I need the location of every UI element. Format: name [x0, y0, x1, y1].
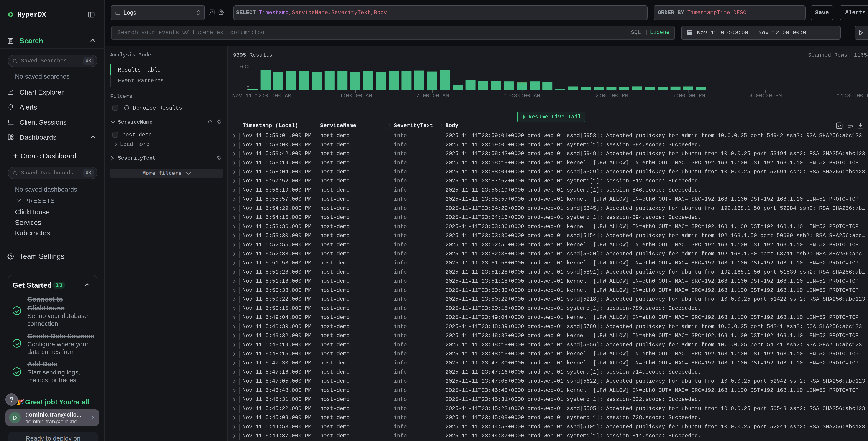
svg-text:2:00:00 PM: 2:00:00 PM — [595, 93, 628, 99]
svg-text:11:30:00 PM: 11:30:00 PM — [837, 93, 868, 99]
svg-text:4:00:00 AM: 4:00:00 AM — [339, 93, 372, 99]
svg-text:10:30:00 AM: 10:30:00 AM — [504, 93, 540, 99]
svg-text:7:00:00 AM: 7:00:00 AM — [416, 93, 449, 99]
svg-text:Nov 11 12:00:00 AM: Nov 11 12:00:00 AM — [232, 93, 291, 99]
svg-text:8:00:00 PM: 8:00:00 PM — [749, 93, 782, 99]
svg-text:0: 0 — [246, 85, 250, 91]
svg-text:5:00:00 PM: 5:00:00 PM — [672, 93, 705, 99]
svg-text:600: 600 — [240, 64, 250, 70]
